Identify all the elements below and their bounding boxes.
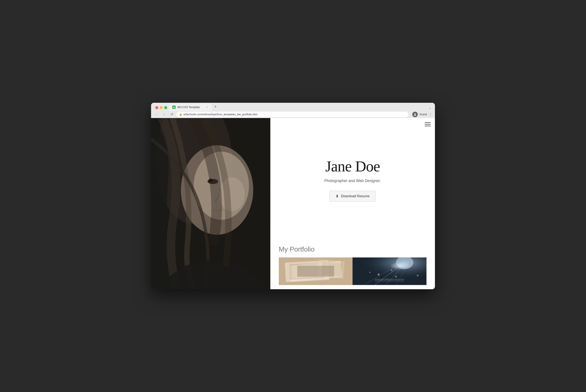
lock-icon: 🔒 bbox=[179, 113, 182, 116]
svg-point-32 bbox=[417, 274, 419, 276]
svg-point-22 bbox=[396, 258, 413, 269]
svg-point-29 bbox=[387, 278, 388, 279]
hero-subtitle: Photographer and Web Designer. bbox=[324, 178, 381, 183]
maximize-traffic-light[interactable] bbox=[164, 106, 167, 109]
url-text: w3schools.com/w3css/tryw3css_templates_b… bbox=[183, 113, 257, 116]
traffic-lights bbox=[153, 106, 169, 111]
back-button[interactable]: ‹ bbox=[154, 112, 159, 117]
svg-rect-19 bbox=[322, 262, 342, 276]
tab-favicon: w bbox=[172, 106, 176, 109]
website-content: Jane Doe Photographer and Web Designer. … bbox=[151, 118, 435, 289]
hamburger-line-3 bbox=[425, 126, 431, 126]
url-bar[interactable]: 🔒 w3schools.com/w3css/tryw3css_templates… bbox=[176, 112, 409, 117]
portfolio-item-2[interactable] bbox=[353, 258, 427, 285]
portfolio-section: My Portfolio bbox=[270, 241, 435, 289]
user-avatar-icon[interactable] bbox=[412, 112, 418, 117]
svg-rect-16 bbox=[289, 263, 325, 280]
svg-point-28 bbox=[391, 270, 392, 271]
minimize-traffic-light[interactable] bbox=[160, 106, 163, 109]
portfolio-image-1 bbox=[279, 258, 353, 285]
tab-close-button[interactable]: × bbox=[205, 106, 209, 109]
content-panel: Jane Doe Photographer and Web Designer. … bbox=[270, 118, 435, 289]
hamburger-menu-button[interactable] bbox=[425, 122, 431, 126]
hamburger-line-1 bbox=[425, 122, 431, 123]
refresh-button[interactable]: ↺ bbox=[169, 112, 174, 117]
tab-dropdown-button[interactable]: ⌄ bbox=[429, 106, 431, 110]
download-button-label: Download Resume bbox=[341, 194, 370, 198]
tab-spacer: w W3.CSS Template × + bbox=[169, 104, 429, 111]
svg-rect-18 bbox=[317, 259, 345, 279]
tab-title: W3.CSS Template bbox=[177, 106, 204, 109]
hero-section: Jane Doe Photographer and Web Designer. … bbox=[270, 118, 435, 241]
svg-rect-21 bbox=[353, 258, 427, 285]
download-resume-button[interactable]: ⬇ Download Resume bbox=[329, 191, 376, 202]
svg-point-12 bbox=[209, 190, 210, 190]
svg-point-0 bbox=[415, 113, 416, 114]
svg-point-30 bbox=[395, 276, 397, 278]
download-icon: ⬇ bbox=[336, 194, 339, 198]
portfolio-image-2 bbox=[353, 258, 427, 285]
user-label: Guest bbox=[420, 113, 427, 116]
forward-button[interactable]: › bbox=[161, 112, 167, 117]
portfolio-title: My Portfolio bbox=[279, 245, 427, 253]
svg-rect-17 bbox=[292, 264, 323, 279]
new-tab-button[interactable]: + bbox=[212, 104, 218, 110]
svg-point-27 bbox=[378, 274, 379, 275]
tab-bar: w W3.CSS Template × + ⌄ bbox=[151, 103, 435, 111]
browser-window: w W3.CSS Template × + ⌄ ‹ › ↺ 🔒 w3school… bbox=[151, 103, 435, 289]
hero-name: Jane Doe bbox=[325, 158, 380, 175]
close-traffic-light[interactable] bbox=[155, 106, 158, 109]
chrome-bar: w W3.CSS Template × + ⌄ ‹ › ↺ 🔒 w3school… bbox=[151, 103, 435, 118]
active-tab[interactable]: w W3.CSS Template × bbox=[169, 104, 212, 111]
portrait-svg bbox=[151, 118, 270, 289]
address-bar: ‹ › ↺ 🔒 w3schools.com/w3css/tryw3css_tem… bbox=[151, 111, 435, 118]
user-area: Guest ⋮ bbox=[412, 112, 432, 117]
portfolio-item-1[interactable] bbox=[279, 258, 353, 285]
svg-point-31 bbox=[369, 272, 371, 273]
portrait-photo-panel bbox=[151, 118, 270, 289]
browser-menu-button[interactable]: ⋮ bbox=[429, 112, 432, 117]
portfolio-grid bbox=[279, 258, 427, 285]
svg-rect-15 bbox=[285, 260, 329, 282]
hamburger-line-2 bbox=[425, 124, 431, 124]
